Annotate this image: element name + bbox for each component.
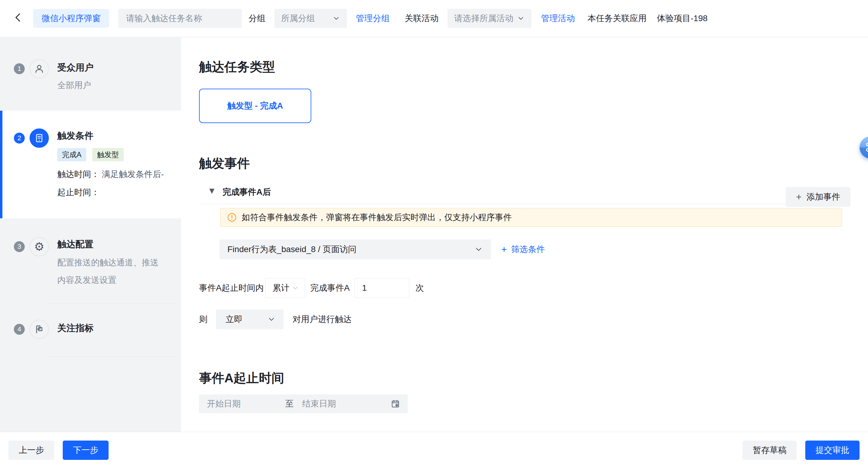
event-count-row: 事件A起止时间内 累计 完成事件A 次 xyxy=(199,278,424,298)
event-select[interactable]: Finder行为表_baseid_8 / 页面访问 xyxy=(220,240,491,259)
then-row: 则 立即 对用户进行触达 xyxy=(199,309,352,329)
event-count-input[interactable] xyxy=(354,278,409,298)
prev-step-button[interactable]: 上一步 xyxy=(8,441,54,460)
chevron-down-icon xyxy=(332,14,340,22)
steps-sidebar: 1 受众用户 全部用户 2 触发条件 完成A 触发型 触达时间：满足触发条件后- xyxy=(0,37,181,432)
related-app-value: 体验项目-198 xyxy=(657,13,708,24)
flag-icon xyxy=(30,320,49,339)
step-desc: 全部用户 xyxy=(57,76,91,94)
event-select-value: Finder行为表_baseid_8 / 页面访问 xyxy=(227,244,356,255)
tag-complete-a: 完成A xyxy=(57,148,86,161)
back-arrow-icon xyxy=(13,12,23,25)
range-time-label: 起止时间： xyxy=(57,188,99,197)
section-title-trigger-event: 触发事件 xyxy=(199,155,250,172)
main-content: 触达任务类型 触发型 - 完成A 触发事件 ▼ 完成事件A后 + 添加事件 如符… xyxy=(181,37,868,432)
step-number-badge: 3 xyxy=(14,241,25,252)
step-item-metrics[interactable]: 4 关注指标 xyxy=(0,303,181,356)
count-row-mid-label: 完成事件A xyxy=(310,282,350,294)
step-number-badge: 4 xyxy=(14,324,25,335)
activity-label: 关联活动 xyxy=(405,13,438,24)
end-date-placeholder: 结束日期 xyxy=(302,398,336,409)
step-title: 受众用户 xyxy=(57,62,93,74)
step-number-badge: 1 xyxy=(14,63,25,74)
step-item-reach-config[interactable]: 3 ⚙ 触达配置 配置推送的触达通道、推送内容及发送设置 xyxy=(0,218,181,303)
reach-time-label: 触达时间： xyxy=(57,169,99,179)
task-name-input[interactable] xyxy=(118,9,242,28)
bottom-action-bar: 上一步 下一步 暂存草稿 提交审批 xyxy=(0,432,868,468)
add-filter-link[interactable]: + 筛选条件 xyxy=(501,240,545,259)
group-label: 分组 xyxy=(249,13,266,24)
warning-icon xyxy=(227,213,237,222)
section-title-time-range: 事件A起止时间 xyxy=(199,370,284,386)
back-button[interactable] xyxy=(12,12,24,24)
date-to-label: 至 xyxy=(285,398,294,409)
calendar-icon xyxy=(391,399,400,408)
warning-text: 如符合事件触发条件，弹窗将在事件触发后实时弹出，仅支持小程序事件 xyxy=(242,212,512,223)
task-type-badge: 微信小程序弹窗 xyxy=(33,9,109,28)
floating-assistant-button[interactable]: ⌘ xyxy=(860,136,868,159)
group-divider xyxy=(199,204,850,204)
activity-select-value: 请选择所属活动 xyxy=(454,13,513,24)
reach-time-line: 触达时间：满足触发条件后- xyxy=(57,168,164,180)
warning-banner: 如符合事件触发条件，弹窗将在事件触发后实时弹出，仅支持小程序事件 xyxy=(220,208,842,227)
sidebar-divider xyxy=(48,356,175,357)
step-title: 触发条件 xyxy=(57,130,93,142)
next-step-button[interactable]: 下一步 xyxy=(63,441,108,460)
step-item-audience[interactable]: 1 受众用户 全部用户 xyxy=(0,37,181,111)
section-title-task-type: 触达任务类型 xyxy=(199,59,275,75)
step-title: 触达配置 xyxy=(57,238,93,251)
collapse-triangle-icon[interactable]: ▼ xyxy=(209,188,214,194)
footer-right-group: 暂存草稿 提交审批 xyxy=(743,441,860,460)
chevron-down-icon xyxy=(517,14,525,22)
plus-icon: + xyxy=(796,192,802,202)
aggregation-select[interactable]: 累计 xyxy=(265,278,305,298)
reach-time-value: 满足触发条件后- xyxy=(102,169,164,179)
top-bar: 微信小程序弹窗 分组 所属分组 管理分组 关联活动 请选择所属活动 管理活动 本… xyxy=(0,0,868,37)
count-row-prefix: 事件A起止时间内 xyxy=(199,282,264,294)
task-type-card-selected[interactable]: 触发型 - 完成A xyxy=(199,89,311,123)
step-tags: 完成A 触发型 xyxy=(57,148,124,161)
step-title: 关注指标 xyxy=(57,322,93,335)
date-range-picker[interactable]: 开始日期 至 结束日期 xyxy=(199,395,408,413)
document-icon xyxy=(30,128,49,148)
event-group-title: 完成事件A后 xyxy=(223,186,271,198)
steps-lower-block: 3 ⚙ 触达配置 配置推送的触达通道、推送内容及发送设置 4 关注指标 xyxy=(0,218,181,432)
footer-left-group: 上一步 下一步 xyxy=(8,441,108,460)
plus-icon: + xyxy=(501,245,507,254)
step-item-trigger-condition[interactable]: 2 触发条件 完成A 触发型 触达时间：满足触发条件后- 起止时间： xyxy=(0,111,181,218)
command-icon: ⌘ xyxy=(865,141,868,154)
aggregation-select-value: 累计 xyxy=(273,282,289,294)
related-app-label: 本任务关联应用 xyxy=(588,13,647,24)
timing-select[interactable]: 立即 xyxy=(216,309,283,329)
group-select[interactable]: 所属分组 xyxy=(275,9,347,28)
add-event-button[interactable]: + 添加事件 xyxy=(786,187,850,207)
then-row-suffix: 对用户进行触达 xyxy=(292,314,352,325)
chevron-down-icon xyxy=(267,315,276,323)
chevron-down-icon xyxy=(291,284,299,292)
group-select-value: 所属分组 xyxy=(281,13,315,24)
step-number-badge: 2 xyxy=(14,133,25,144)
start-date-placeholder: 开始日期 xyxy=(207,398,285,409)
manage-activity-link[interactable]: 管理活动 xyxy=(541,13,575,24)
tag-trigger-type: 触发型 xyxy=(92,148,124,161)
range-time-line: 起止时间： xyxy=(57,187,102,198)
timing-select-value: 立即 xyxy=(226,314,243,325)
manage-group-link[interactable]: 管理分组 xyxy=(356,13,390,24)
submit-approval-button[interactable]: 提交审批 xyxy=(805,441,860,460)
add-event-label: 添加事件 xyxy=(806,191,840,202)
save-draft-button[interactable]: 暂存草稿 xyxy=(743,441,797,460)
step-desc: 配置推送的触达通道、推送内容及发送设置 xyxy=(57,254,161,289)
filter-link-label: 筛选条件 xyxy=(511,244,545,255)
count-row-suffix: 次 xyxy=(415,282,424,294)
then-row-prefix: 则 xyxy=(199,314,208,325)
gear-icon: ⚙ xyxy=(30,237,49,256)
chevron-down-icon xyxy=(474,245,483,254)
user-icon xyxy=(30,59,49,79)
activity-select[interactable]: 请选择所属活动 xyxy=(447,9,531,28)
